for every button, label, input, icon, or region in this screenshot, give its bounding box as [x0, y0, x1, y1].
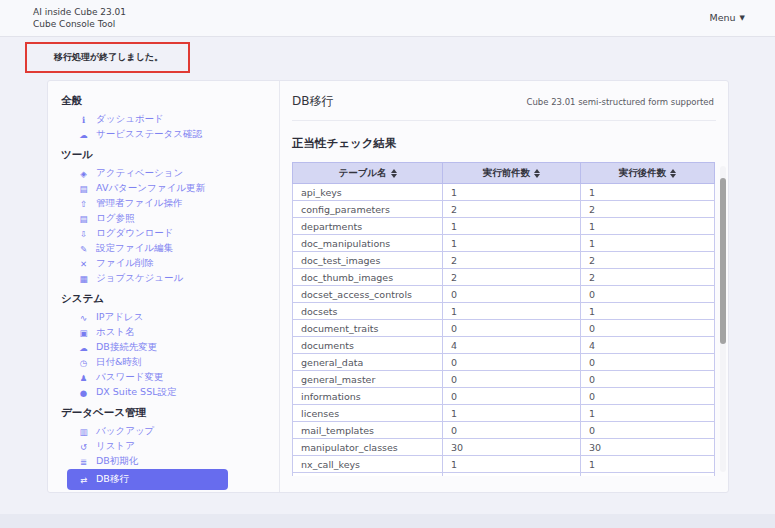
sidebar-item-password-change[interactable]: ♟ パスワード変更 — [78, 370, 265, 385]
sidebar-item-log-download[interactable]: ⇩ ログダウンロード — [78, 226, 265, 241]
table-cell: config_parameters — [293, 201, 443, 218]
table-cell: 2 — [581, 269, 715, 286]
sidebar-item-label: DB移行 — [96, 473, 129, 486]
table-row: manipulator_classes3030 — [293, 439, 715, 456]
table-cell: 0 — [581, 388, 715, 405]
sidebar-item-activation[interactable]: ◈ アクティベーション — [78, 166, 265, 181]
column-header-2[interactable]: 実行後件数 — [581, 163, 715, 184]
table-cell: nx_call_keys — [293, 456, 443, 473]
sidebar-item-label: ログ参照 — [96, 212, 134, 225]
validity-check-result-title: 正当性チェック結果 — [292, 136, 716, 151]
sort-icon — [534, 169, 540, 178]
sidebar-item-label: DX Suite SSL設定 — [96, 386, 176, 399]
column-header-label: テーブル名 — [338, 167, 386, 180]
db-connection-icon: ☁ — [78, 343, 89, 353]
sidebar-item-db-migration[interactable]: ⇄ DB移行 — [67, 469, 228, 490]
table-row: documents44 — [293, 337, 715, 354]
table-cell: 4 — [581, 337, 715, 354]
table-cell: 0 — [443, 354, 581, 371]
download-icon: ⇩ — [78, 229, 89, 239]
main-panel-header: DB移行 Cube 23.01 semi-structured form sup… — [292, 81, 716, 121]
sidebar-section-label: 全般 — [61, 94, 279, 108]
column-header-0[interactable]: テーブル名 — [293, 163, 443, 184]
app-title-line2: Cube Console Tool — [33, 18, 126, 30]
table-row: doc_test_images22 — [293, 252, 715, 269]
table-cell: docsets — [293, 303, 443, 320]
user-icon: ♟ — [78, 373, 89, 383]
sidebar-item-label: アクティベーション — [96, 167, 183, 180]
table-row: document_traits00 — [293, 320, 715, 337]
sidebar-section-label: システム — [61, 292, 279, 306]
sidebar-item-label: 日付&時刻 — [96, 356, 141, 369]
table-row: informations00 — [293, 388, 715, 405]
table-row: doc_thumb_images22 — [293, 269, 715, 286]
table-cell — [293, 473, 443, 477]
sidebar-item-label: リストア — [96, 440, 135, 453]
menu-button-label: Menu — [710, 12, 736, 23]
sidebar-item-db-connection[interactable]: ☁ DB接続先変更 — [78, 340, 265, 355]
version-support-note: Cube 23.01 semi-structured form supporte… — [526, 97, 714, 107]
chevron-down-icon: ▼ — [740, 14, 745, 22]
sidebar-item-log-view[interactable]: ▤ ログ参照 — [78, 211, 265, 226]
table-row: general_master00 — [293, 371, 715, 388]
table-cell: doc_thumb_images — [293, 269, 443, 286]
upload-icon: ⇧ — [78, 199, 89, 209]
clock-icon: ◷ — [78, 358, 89, 368]
sidebar-item-label: 管理者ファイル操作 — [96, 197, 182, 210]
table-cell: documents — [293, 337, 443, 354]
sidebar-item-service-status[interactable]: ☁ サービスステータス確認 — [78, 127, 265, 142]
table-cell: 1 — [443, 218, 581, 235]
table-cell: mail_templates — [293, 422, 443, 439]
validity-check-table-area: テーブル名 実行前件数 実行後件数 api_keys11config_param… — [292, 162, 716, 476]
table-cell: 0 — [581, 320, 715, 337]
log-file-icon: ▤ — [78, 214, 89, 224]
sidebar-item-backup[interactable]: ▥ バックアップ — [78, 424, 265, 439]
table-cell: 2 — [443, 269, 581, 286]
sidebar-item-hostname[interactable]: ▣ ホスト名 — [78, 325, 265, 340]
page-title: DB移行 — [292, 93, 333, 110]
sidebar-item-label: ジョブスケジュール — [96, 272, 183, 285]
table-cell: document_traits — [293, 320, 443, 337]
content-card: 全般 ℹ ダッシュボード ☁ サービスステータス確認 ツール ◈ アクティベーシ… — [47, 80, 729, 493]
sidebar-item-date-time[interactable]: ◷ 日付&時刻 — [78, 355, 265, 370]
table-cell: departments — [293, 218, 443, 235]
sidebar-section: システム ∿ IPアドレス ▣ ホスト名 ☁ DB接続先変更 ◷ 日付&時刻 ♟… — [48, 292, 279, 400]
sidebar-item-admin-file-ops[interactable]: ⇧ 管理者ファイル操作 — [78, 196, 265, 211]
table-cell: 1 — [581, 184, 715, 201]
table-row: api_keys11 — [293, 184, 715, 201]
sidebar-item-job-schedule[interactable]: ▦ ジョブスケジュール — [78, 271, 265, 286]
column-header-label: 実行前件数 — [483, 167, 531, 180]
network-signal-icon: ∿ — [78, 313, 89, 323]
sidebar-item-restore[interactable]: ↺ リストア — [78, 439, 265, 454]
sidebar-item-db-init[interactable]: ≣ DB初期化 — [78, 454, 265, 469]
table-cell: licenses — [293, 405, 443, 422]
table-cell: manipulator_classes — [293, 439, 443, 456]
sidebar-item-label: パスワード変更 — [96, 371, 163, 384]
table-cell — [581, 473, 715, 477]
table-cell: 1 — [443, 405, 581, 422]
sidebar-item-ip-address[interactable]: ∿ IPアドレス — [78, 310, 265, 325]
table-cell: 30 — [581, 439, 715, 456]
sidebar-item-dx-suite-ssl[interactable]: ● DX Suite SSL設定 — [78, 385, 265, 400]
database-icon: ≣ — [78, 457, 89, 467]
sidebar-section: データベース管理 ▥ バックアップ ↺ リストア ≣ DB初期化 ⇄ DB移行 — [48, 406, 279, 490]
table-scrollbar-track[interactable] — [720, 166, 726, 472]
table-scrollbar-thumb[interactable] — [720, 178, 726, 344]
sidebar-item-dashboard[interactable]: ℹ ダッシュボード — [78, 112, 265, 127]
sidebar-section: 全般 ℹ ダッシュボード ☁ サービスステータス確認 — [48, 94, 279, 142]
table-row: general_data00 — [293, 354, 715, 371]
dashboard-icon: ℹ — [78, 115, 89, 125]
menu-button[interactable]: Menu ▼ — [710, 12, 745, 23]
main-panel: DB移行 Cube 23.01 semi-structured form sup… — [280, 81, 728, 492]
table-cell: 1 — [581, 235, 715, 252]
table-cell: 2 — [581, 201, 715, 218]
table-row: docset_access_controls00 — [293, 286, 715, 303]
sidebar-item-file-delete[interactable]: ✕ ファイル削除 — [78, 256, 265, 271]
table-cell: docset_access_controls — [293, 286, 443, 303]
table-cell: 1 — [581, 405, 715, 422]
sidebar-item-av-pattern-update[interactable]: ▤ AVパターンファイル更新 — [78, 181, 265, 196]
table-row: doc_manipulations11 — [293, 235, 715, 252]
table-cell: informations — [293, 388, 443, 405]
sidebar-item-config-file-edit[interactable]: ✎ 設定ファイル編集 — [78, 241, 265, 256]
column-header-1[interactable]: 実行前件数 — [443, 163, 581, 184]
